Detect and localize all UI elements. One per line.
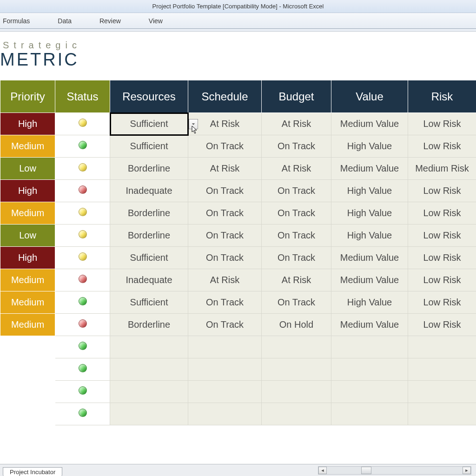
cell-priority[interactable]: High [0,113,55,135]
cell-value[interactable]: Medium Value [331,314,408,336]
cell-risk[interactable] [408,336,476,358]
col-header-risk[interactable]: Risk [408,80,476,113]
cell-schedule[interactable] [188,336,262,358]
cell-schedule[interactable]: On Track [188,135,262,158]
cell-priority[interactable]: Medium [0,314,55,336]
cell-value[interactable]: Medium Value [331,247,408,269]
cell-status[interactable] [55,269,110,291]
cell-budget[interactable] [262,381,331,403]
cell-resources[interactable]: Borderline [110,314,188,336]
cell-status[interactable] [55,135,110,158]
cell-priority[interactable]: Medium [0,135,55,158]
cell-status[interactable] [55,247,110,269]
cell-risk[interactable] [408,358,476,381]
cell-priority[interactable]: High [0,247,55,269]
cell-priority[interactable]: Low [0,158,55,180]
horizontal-scrollbar[interactable]: ◄ ► [318,466,471,475]
cell-value[interactable]: Medium Value [331,269,408,291]
cell-resources[interactable]: Sufficient [110,113,188,135]
cell-value[interactable]: High Value [331,202,408,225]
cell-resources[interactable] [110,336,188,358]
cell-status[interactable] [55,336,110,358]
scroll-track[interactable] [327,467,463,474]
cell-priority[interactable]: Low [0,225,55,247]
cell-value[interactable]: High Value [331,225,408,247]
ribbon-tab-formulas[interactable]: Formulas [3,17,30,25]
cell-budget[interactable]: On Track [262,291,331,314]
cell-dropdown-button[interactable] [189,119,198,129]
col-header-status[interactable]: Status [55,80,110,113]
cell-schedule[interactable]: On Track [188,180,262,202]
cell-value[interactable]: Medium Value [331,113,408,135]
cell-resources[interactable]: Sufficient [110,291,188,314]
cell-risk[interactable]: Low Risk [408,202,476,225]
cell-status[interactable] [55,381,110,403]
ribbon-tab-review[interactable]: Review [99,17,121,25]
cell-schedule[interactable]: At Risk [188,158,262,180]
cell-status[interactable] [55,314,110,336]
cell-budget[interactable]: On Track [262,135,331,158]
cell-status[interactable] [55,113,110,135]
cell-priority[interactable] [0,358,55,381]
cell-priority[interactable]: High [0,180,55,202]
cell-budget[interactable] [262,403,331,425]
cell-schedule[interactable]: On Track [188,202,262,225]
cell-schedule[interactable]: On Track [188,247,262,269]
cell-schedule[interactable] [188,403,262,425]
cell-schedule[interactable]: At Risk [188,113,262,135]
cell-budget[interactable]: On Track [262,247,331,269]
cell-status[interactable] [55,403,110,425]
cell-status[interactable] [55,202,110,225]
cell-budget[interactable]: At Risk [262,158,331,180]
col-header-budget[interactable]: Budget [262,80,331,113]
cell-priority[interactable]: Medium [0,291,55,314]
cell-priority[interactable] [0,336,55,358]
cell-value[interactable] [331,381,408,403]
cell-risk[interactable]: Low Risk [408,269,476,291]
cell-risk[interactable]: Medium Risk [408,158,476,180]
cell-priority[interactable]: Medium [0,202,55,225]
cell-schedule[interactable]: On Track [188,291,262,314]
cell-status[interactable] [55,180,110,202]
cell-status[interactable] [55,158,110,180]
cell-value[interactable] [331,336,408,358]
cell-value[interactable] [331,358,408,381]
cell-risk[interactable]: Low Risk [408,291,476,314]
cell-status[interactable] [55,358,110,381]
cell-schedule[interactable]: On Track [188,314,262,336]
col-header-priority[interactable]: Priority [0,80,55,113]
cell-schedule[interactable]: At Risk [188,269,262,291]
cell-priority[interactable]: Medium [0,269,55,291]
cell-status[interactable] [55,291,110,314]
cell-budget[interactable]: On Track [262,202,331,225]
ribbon-tab-data[interactable]: Data [58,17,72,25]
cell-risk[interactable]: Low Risk [408,180,476,202]
cell-budget[interactable]: On Hold [262,314,331,336]
cell-risk[interactable]: Low Risk [408,247,476,269]
scroll-thumb[interactable] [361,467,371,474]
cell-status[interactable] [55,225,110,247]
cell-risk[interactable]: Low Risk [408,314,476,336]
col-header-value[interactable]: Value [331,80,408,113]
cell-budget[interactable] [262,336,331,358]
cell-schedule[interactable] [188,381,262,403]
cell-resources[interactable]: Inadequate [110,180,188,202]
cell-resources[interactable]: Borderline [110,158,188,180]
cell-priority[interactable] [0,381,55,403]
cell-value[interactable]: High Value [331,291,408,314]
cell-resources[interactable]: Inadequate [110,269,188,291]
cell-resources[interactable] [110,358,188,381]
cell-risk[interactable] [408,381,476,403]
cell-value[interactable]: Medium Value [331,158,408,180]
cell-value[interactable]: High Value [331,180,408,202]
cell-schedule[interactable]: On Track [188,225,262,247]
cell-risk[interactable] [408,403,476,425]
cell-budget[interactable]: At Risk [262,113,331,135]
cell-budget[interactable]: On Track [262,180,331,202]
cell-risk[interactable]: Low Risk [408,225,476,247]
ribbon-tab-view[interactable]: View [149,17,163,25]
cell-value[interactable] [331,403,408,425]
cell-resources[interactable]: Sufficient [110,247,188,269]
cell-resources[interactable]: Borderline [110,225,188,247]
scroll-right-icon[interactable]: ► [463,467,471,474]
